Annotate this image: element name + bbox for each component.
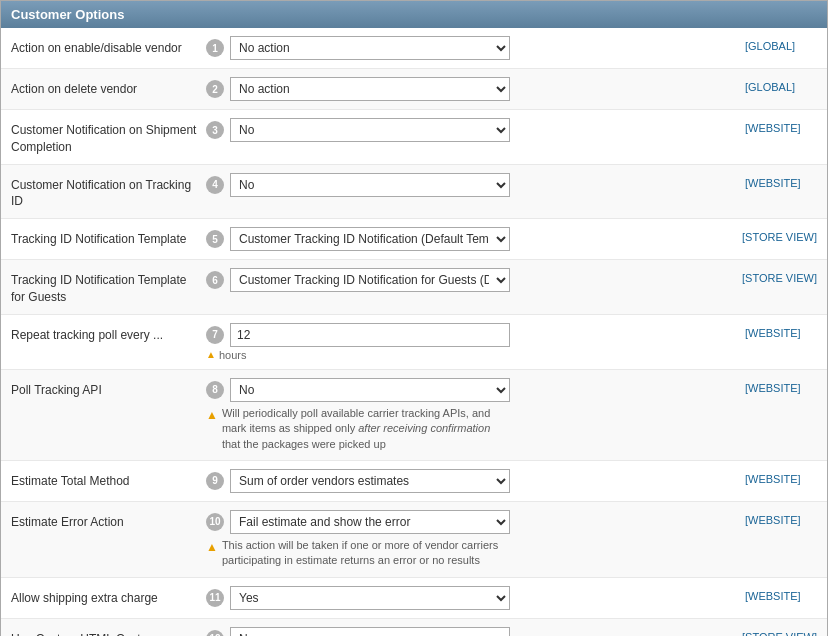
config-row: Poll Tracking API8NoYes▲Will periodicall… xyxy=(1,370,827,461)
field-select-6[interactable]: Customer Tracking ID Notification for Gu… xyxy=(230,268,510,292)
hint-text: Will periodically poll available carrier… xyxy=(222,406,502,452)
row-number: 4 xyxy=(206,176,224,194)
row-number: 5 xyxy=(206,230,224,248)
hours-arrow-icon: ▲ xyxy=(206,349,216,360)
row-scope: [GLOBAL] xyxy=(737,77,817,93)
row-num-field: 5Customer Tracking ID Notification (Defa… xyxy=(206,227,734,251)
hours-text: hours xyxy=(219,349,247,361)
field-hint: ▲Will periodically poll available carrie… xyxy=(206,406,737,452)
config-row: Tracking ID Notification Template for Gu… xyxy=(1,260,827,315)
row-scope: [STORE VIEW] xyxy=(734,268,817,284)
panel-title: Customer Options xyxy=(11,7,124,22)
config-row: Action on enable/disable vendor1No actio… xyxy=(1,28,827,69)
hint-text: This action will be taken if one or more… xyxy=(222,538,502,569)
row-num-field: 8NoYes xyxy=(206,378,737,402)
row-num-field: 3NoYes xyxy=(206,118,737,142)
field-select-11[interactable]: YesNo xyxy=(230,586,510,610)
row-num-field: 11YesNo xyxy=(206,586,737,610)
field-select-8[interactable]: NoYes xyxy=(230,378,510,402)
row-scope: [STORE VIEW] xyxy=(734,627,817,636)
row-number: 7 xyxy=(206,326,224,344)
row-control: 10Fail estimate and show the error▲This … xyxy=(206,510,737,569)
row-label: Tracking ID Notification Template xyxy=(11,227,206,248)
config-row: Allow shipping extra charge11YesNo[WEBSI… xyxy=(1,578,827,619)
row-control: 9Sum of order vendors estimates xyxy=(206,469,737,493)
row-control: 2No action xyxy=(206,77,737,101)
row-label: Customer Notification on Tracking ID xyxy=(11,173,206,211)
row-number: 3 xyxy=(206,121,224,139)
config-row: Customer Notification on Shipment Comple… xyxy=(1,110,827,165)
row-num-field: 4NoYes xyxy=(206,173,737,197)
customer-options-panel: Customer Options Action on enable/disabl… xyxy=(0,0,828,636)
row-control: 4NoYes xyxy=(206,173,737,197)
row-num-field: 7 xyxy=(206,323,737,347)
row-control: 8NoYes▲Will periodically poll available … xyxy=(206,378,737,452)
row-label: Poll Tracking API xyxy=(11,378,206,399)
row-scope: [STORE VIEW] xyxy=(734,227,817,243)
field-select-2[interactable]: No action xyxy=(230,77,510,101)
row-scope: [WEBSITE] xyxy=(737,378,817,394)
row-num-field: 1No action xyxy=(206,36,737,60)
panel-body: Action on enable/disable vendor1No actio… xyxy=(1,28,827,636)
row-num-field: 12NoYes xyxy=(206,627,734,636)
hours-hint: ▲hours xyxy=(206,349,737,361)
row-control: 6Customer Tracking ID Notification for G… xyxy=(206,268,734,292)
row-label: Allow shipping extra charge xyxy=(11,586,206,607)
row-control: 12NoYes xyxy=(206,627,734,636)
row-label: Estimate Error Action xyxy=(11,510,206,531)
row-scope: [WEBSITE] xyxy=(737,586,817,602)
row-scope: [WEBSITE] xyxy=(737,469,817,485)
hint-icon: ▲ xyxy=(206,539,218,556)
row-number: 9 xyxy=(206,472,224,490)
field-select-5[interactable]: Customer Tracking ID Notification (Defau… xyxy=(230,227,510,251)
row-control: 7▲hours xyxy=(206,323,737,361)
config-row: Repeat tracking poll every ...7▲hours[WE… xyxy=(1,315,827,370)
row-number: 8 xyxy=(206,381,224,399)
hint-icon: ▲ xyxy=(206,407,218,424)
panel-header: Customer Options xyxy=(1,1,827,28)
row-scope: [WEBSITE] xyxy=(737,173,817,189)
row-label: Use Custom HTML Customer Address Templat… xyxy=(11,627,206,636)
row-scope: [WEBSITE] xyxy=(737,323,817,339)
row-number: 1 xyxy=(206,39,224,57)
row-scope: [GLOBAL] xyxy=(737,36,817,52)
config-row: Customer Notification on Tracking ID4NoY… xyxy=(1,165,827,220)
config-row: Use Custom HTML Customer Address Templat… xyxy=(1,619,827,636)
field-hint: ▲This action will be taken if one or mor… xyxy=(206,538,737,569)
field-select-12[interactable]: NoYes xyxy=(230,627,510,636)
field-select-10[interactable]: Fail estimate and show the error xyxy=(230,510,510,534)
row-scope: [WEBSITE] xyxy=(737,118,817,134)
field-select-1[interactable]: No action xyxy=(230,36,510,60)
row-num-field: 2No action xyxy=(206,77,737,101)
config-row: Estimate Total Method9Sum of order vendo… xyxy=(1,461,827,502)
row-control: 5Customer Tracking ID Notification (Defa… xyxy=(206,227,734,251)
config-row: Tracking ID Notification Template5Custom… xyxy=(1,219,827,260)
field-select-9[interactable]: Sum of order vendors estimates xyxy=(230,469,510,493)
row-control: 11YesNo xyxy=(206,586,737,610)
row-control: 3NoYes xyxy=(206,118,737,142)
row-number: 2 xyxy=(206,80,224,98)
row-control: 1No action xyxy=(206,36,737,60)
row-number: 11 xyxy=(206,589,224,607)
field-select-4[interactable]: NoYes xyxy=(230,173,510,197)
row-number: 6 xyxy=(206,271,224,289)
row-num-field: 9Sum of order vendors estimates xyxy=(206,469,737,493)
row-label: Estimate Total Method xyxy=(11,469,206,490)
config-row: Action on delete vendor2No action[GLOBAL… xyxy=(1,69,827,110)
row-label: Action on delete vendor xyxy=(11,77,206,98)
row-label: Action on enable/disable vendor xyxy=(11,36,206,57)
row-num-field: 6Customer Tracking ID Notification for G… xyxy=(206,268,734,292)
row-number: 12 xyxy=(206,630,224,636)
row-num-field: 10Fail estimate and show the error xyxy=(206,510,737,534)
row-number: 10 xyxy=(206,513,224,531)
row-scope: [WEBSITE] xyxy=(737,510,817,526)
field-select-3[interactable]: NoYes xyxy=(230,118,510,142)
row-label: Customer Notification on Shipment Comple… xyxy=(11,118,206,156)
config-row: Estimate Error Action10Fail estimate and… xyxy=(1,502,827,578)
row-label: Tracking ID Notification Template for Gu… xyxy=(11,268,206,306)
row-label: Repeat tracking poll every ... xyxy=(11,323,206,344)
field-text-7[interactable] xyxy=(230,323,510,347)
